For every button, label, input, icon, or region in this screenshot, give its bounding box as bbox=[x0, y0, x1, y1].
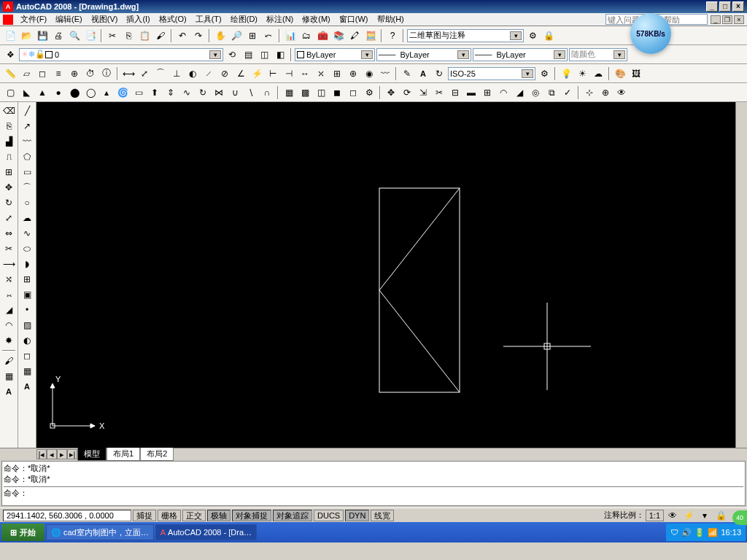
start-button[interactable]: ⊞ 开始 bbox=[1, 524, 44, 541]
dimstyle-combo[interactable]: ISO-25 bbox=[448, 67, 535, 80]
annot-auto-icon[interactable]: ⚡ bbox=[681, 508, 696, 523]
spline-icon[interactable]: ∿ bbox=[20, 226, 34, 241]
rotate-icon[interactable]: ↻ bbox=[1, 195, 16, 210]
menu-draw[interactable]: 绘图(D) bbox=[226, 14, 262, 25]
dimedit-icon[interactable]: ✎ bbox=[400, 66, 414, 81]
extrude-icon[interactable]: ⬆ bbox=[147, 85, 162, 100]
workspace-settings-icon[interactable]: ⚙ bbox=[525, 28, 540, 43]
vsconc-icon[interactable]: ◻ bbox=[346, 85, 360, 100]
dimaligned-icon[interactable]: ⤢ bbox=[137, 66, 152, 81]
toolpalette-icon[interactable]: 🧰 bbox=[315, 28, 330, 43]
point-icon[interactable]: • bbox=[20, 303, 34, 317]
layer-match-icon[interactable]: ◧ bbox=[273, 47, 287, 62]
mtext2-icon[interactable]: A bbox=[20, 379, 34, 394]
menu-insert[interactable]: 插入(I) bbox=[122, 14, 154, 25]
render-icon[interactable]: 🎨 bbox=[613, 66, 627, 81]
tray-icon[interactable]: 🔋 bbox=[694, 528, 705, 537]
sphere-icon[interactable]: ● bbox=[51, 85, 66, 100]
plotstyle-combo[interactable]: 随颜色 bbox=[569, 48, 627, 61]
minimize-button[interactable]: _ bbox=[706, 1, 718, 12]
open-icon[interactable]: 📂 bbox=[19, 28, 34, 43]
zoom-win-icon[interactable]: ⊞ bbox=[245, 28, 260, 43]
system-tray[interactable]: 🛡 🔊 🔋 📶 16:13 bbox=[666, 524, 746, 541]
scrollbar-vertical[interactable] bbox=[735, 102, 747, 448]
dimrad-icon[interactable]: ◐ bbox=[185, 66, 200, 81]
mdi-restore-button[interactable]: ❐ bbox=[722, 15, 732, 24]
dimstyle-icon[interactable]: ⚙ bbox=[537, 66, 551, 81]
stretch-icon[interactable]: ⇔ bbox=[1, 226, 16, 241]
loft-icon[interactable]: ⋈ bbox=[212, 85, 226, 100]
fillet-icon[interactable]: ◠ bbox=[1, 318, 16, 332]
cut-icon[interactable]: ✂ bbox=[105, 28, 120, 43]
zoom-rt-icon[interactable]: 🔎 bbox=[229, 28, 244, 43]
dimspace-icon[interactable]: ↔ bbox=[298, 66, 312, 81]
paint-icon[interactable]: 🖌 bbox=[1, 354, 16, 368]
plot-icon[interactable]: 🖨 bbox=[51, 28, 66, 43]
vshid-icon[interactable]: ◫ bbox=[314, 85, 328, 100]
sun-icon[interactable]: ☀ bbox=[575, 66, 589, 81]
taskbar-item[interactable]: AAutoCAD 2008 - [Dra… bbox=[155, 524, 257, 540]
vs3dw-icon[interactable]: ▩ bbox=[298, 85, 312, 100]
command-window[interactable]: 命令：*取消* 命令：*取消* 命令： bbox=[1, 461, 746, 506]
xline-icon[interactable]: ↗ bbox=[20, 119, 34, 133]
intersect-icon[interactable]: ∩ bbox=[260, 85, 274, 100]
markup-icon[interactable]: 🖍 bbox=[347, 28, 362, 43]
layer-prev-icon[interactable]: ⟲ bbox=[225, 47, 239, 62]
dimjog-icon[interactable]: ⟋ bbox=[201, 66, 216, 81]
insert-icon[interactable]: ⊞ bbox=[20, 272, 34, 287]
move-icon[interactable]: ✥ bbox=[1, 180, 16, 195]
close-button[interactable]: × bbox=[732, 1, 744, 12]
circle-icon[interactable]: ○ bbox=[20, 195, 34, 210]
menu-edit[interactable]: 编辑(E) bbox=[51, 14, 87, 25]
status-snap[interactable]: 捕捉 bbox=[133, 510, 156, 521]
status-icon[interactable]: ⓘ bbox=[99, 66, 114, 81]
extend-icon[interactable]: ⟶ bbox=[1, 257, 16, 271]
match-icon[interactable]: 🖌 bbox=[153, 28, 168, 43]
status-ducs[interactable]: DUCS bbox=[314, 510, 344, 521]
vsmgr-icon[interactable]: ⚙ bbox=[362, 85, 376, 100]
publish-icon[interactable]: 📑 bbox=[83, 28, 98, 43]
block-icon[interactable]: ▣ bbox=[20, 287, 34, 302]
status-lock-icon[interactable]: 🔒 bbox=[713, 508, 728, 523]
status-ortho[interactable]: 正交 bbox=[182, 510, 206, 521]
cylinder-icon[interactable]: ⬤ bbox=[67, 85, 82, 100]
planar-icon[interactable]: ▭ bbox=[131, 85, 146, 100]
copy-obj-icon[interactable]: ⎘ bbox=[1, 119, 16, 133]
tray-icon[interactable]: 🔊 bbox=[681, 528, 692, 537]
cone-icon[interactable]: ▲ bbox=[35, 85, 50, 100]
drawing-canvas[interactable]: X Y bbox=[36, 102, 735, 448]
union-icon[interactable]: ∪ bbox=[228, 85, 242, 100]
sheetset-icon[interactable]: 📚 bbox=[331, 28, 346, 43]
ucsman-icon[interactable]: ⊕ bbox=[598, 85, 613, 100]
dist-icon[interactable]: 📏 bbox=[3, 66, 18, 81]
centermark-icon[interactable]: ⊕ bbox=[346, 66, 360, 81]
workspace-combo[interactable]: 二维草图与注释 bbox=[407, 29, 524, 42]
hatch-icon[interactable]: ▨ bbox=[20, 318, 34, 332]
dimbreak-icon[interactable]: ⤫ bbox=[314, 66, 328, 81]
tray-icon[interactable]: 📶 bbox=[708, 528, 718, 537]
menu-file[interactable]: 文件(F) bbox=[16, 14, 51, 25]
undo-icon[interactable]: ↶ bbox=[175, 28, 190, 43]
check-icon[interactable]: ✓ bbox=[560, 85, 575, 100]
pan-icon[interactable]: ✋ bbox=[213, 28, 228, 43]
sky-icon[interactable]: ☁ bbox=[591, 66, 605, 81]
shell-icon[interactable]: ◎ bbox=[528, 85, 543, 100]
rectangle-icon[interactable]: ▭ bbox=[20, 165, 34, 179]
mdi-minimize-button[interactable]: _ bbox=[711, 15, 721, 24]
pyramid-icon[interactable]: ▴ bbox=[99, 85, 114, 100]
tab-layout2[interactable]: 布局2 bbox=[140, 447, 174, 461]
status-polar[interactable]: 极轴 bbox=[207, 510, 231, 521]
tab-first-button[interactable]: |◂ bbox=[36, 449, 47, 459]
tab-model[interactable]: 模型 bbox=[77, 447, 107, 461]
chamfer-icon[interactable]: ◢ bbox=[1, 303, 16, 317]
ellipsearc-icon[interactable]: ◗ bbox=[20, 257, 34, 271]
redo-icon[interactable]: ↷ bbox=[191, 28, 206, 43]
revcloud-icon[interactable]: ☁ bbox=[20, 211, 34, 225]
time-icon[interactable]: ⏱ bbox=[83, 66, 98, 81]
thicken-icon[interactable]: ▬ bbox=[464, 85, 479, 100]
linetype-combo[interactable]: ───ByLayer bbox=[376, 48, 471, 61]
area-icon[interactable]: ▱ bbox=[19, 66, 34, 81]
paste-icon[interactable]: 📋 bbox=[137, 28, 152, 43]
dimbase-icon[interactable]: ⊢ bbox=[266, 66, 280, 81]
renderwin-icon[interactable]: 🖼 bbox=[629, 66, 643, 81]
